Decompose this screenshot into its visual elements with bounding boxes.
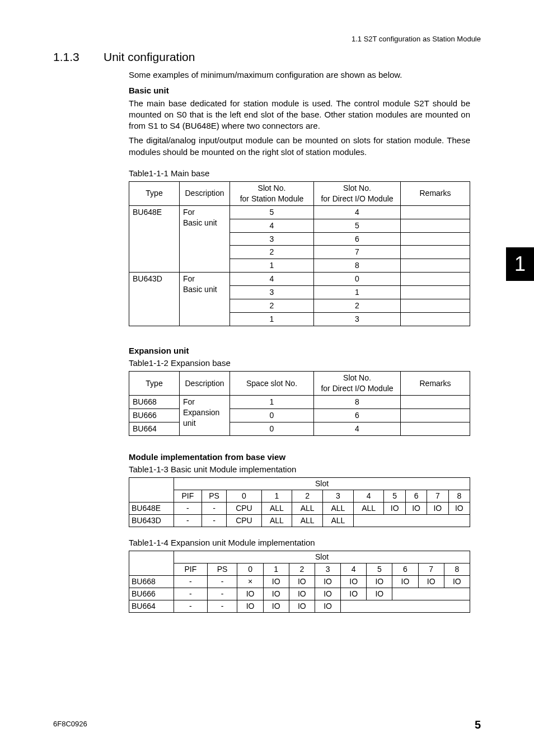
cell: 3 <box>230 232 314 246</box>
cell-empty <box>392 588 470 600</box>
cell: IO <box>418 575 444 588</box>
th-col: PIF <box>174 563 208 575</box>
cell: 3 <box>314 312 401 326</box>
th-col: 3 <box>323 490 354 503</box>
cell: 0 <box>230 422 314 435</box>
cell: × <box>237 575 263 588</box>
cell: IO <box>315 588 340 600</box>
cell <box>401 205 470 219</box>
cell: - <box>202 503 227 515</box>
cell: ALL <box>323 514 354 527</box>
cell <box>401 259 470 273</box>
cell-type: BU664 <box>129 600 174 612</box>
cell: 0 <box>314 273 401 286</box>
cell <box>401 232 470 246</box>
th-col: 1 <box>263 563 289 575</box>
cell: 2 <box>230 246 314 259</box>
th: Slot No. for Direct I/O Module <box>314 372 401 396</box>
cell <box>401 286 470 299</box>
cell <box>401 312 470 326</box>
th-direct: Slot No. for Direct I/O Module <box>314 182 401 206</box>
cell: IO <box>405 503 427 515</box>
cell: - <box>207 600 237 612</box>
module-impl-heading: Module implementation from base view <box>129 452 470 463</box>
cell: 0 <box>230 408 314 422</box>
cell <box>401 273 470 286</box>
th-slot: Slot <box>174 551 470 564</box>
cell: ALL <box>353 503 384 515</box>
th-col: 2 <box>289 563 315 575</box>
th: Space slot No. <box>230 372 314 396</box>
th-col: 0 <box>227 490 261 503</box>
cell-desc: For Basic unit <box>180 273 230 326</box>
expansion-heading: Expansion unit <box>129 345 470 356</box>
cell-desc: For Basic unit <box>180 205 230 272</box>
cell <box>401 396 470 409</box>
th-col: 3 <box>315 563 340 575</box>
th: Remarks <box>401 372 470 396</box>
cell: IO <box>367 575 392 588</box>
cell: IO <box>341 588 367 600</box>
running-header: 1.1 S2T configuration as Station Module <box>352 35 481 43</box>
th-col: 1 <box>261 490 292 503</box>
section-number: 1.1.3 <box>53 50 104 64</box>
th-desc: Description <box>180 182 230 206</box>
th-col: 8 <box>444 563 470 575</box>
table1-caption: Table1-1-1 Main base <box>129 168 470 179</box>
cell-type: BU668 <box>129 396 180 409</box>
cell: IO <box>237 600 263 612</box>
cell: - <box>207 588 237 600</box>
th: Description <box>180 372 230 396</box>
th: Type <box>129 372 180 396</box>
cell-type: BU664 <box>129 422 180 435</box>
cell: 3 <box>230 286 314 299</box>
cell: 6 <box>314 408 401 422</box>
cell: - <box>174 575 208 588</box>
cell: 4 <box>314 422 401 435</box>
cell: IO <box>427 503 448 515</box>
cell: 5 <box>314 219 401 232</box>
th-remarks: Remarks <box>401 182 470 206</box>
table2-caption: Table1-1-2 Expansion base <box>129 358 470 369</box>
cell: CPU <box>227 514 261 527</box>
th-col: 7 <box>418 563 444 575</box>
cell: IO <box>367 588 392 600</box>
table-expansion-base: Type Description Space slot No. Slot No.… <box>129 371 470 435</box>
cell: - <box>174 588 208 600</box>
th-col: PIF <box>174 490 202 503</box>
th-col: PS <box>207 563 237 575</box>
table4-caption: Table1-1-4 Expansion unit Module impleme… <box>129 537 470 548</box>
section-heading: 1.1.3 Unit configuration <box>53 50 481 64</box>
cell: IO <box>392 575 418 588</box>
cell: - <box>174 503 202 515</box>
cell <box>401 219 470 232</box>
th-col: 6 <box>392 563 418 575</box>
th-col: 0 <box>237 563 263 575</box>
cell: ALL <box>261 503 292 515</box>
chapter-tab: 1 <box>506 247 534 281</box>
cell <box>401 408 470 422</box>
th-empty <box>129 478 174 503</box>
cell: - <box>207 575 237 588</box>
cell: 2 <box>314 299 401 313</box>
th-col: 4 <box>353 490 384 503</box>
th-col: 2 <box>292 490 323 503</box>
cell: IO <box>263 575 289 588</box>
cell: ALL <box>292 503 323 515</box>
cell-type: BU668 <box>129 575 174 588</box>
cell: ALL <box>261 514 292 527</box>
cell: IO <box>289 600 315 612</box>
cell: ALL <box>292 514 323 527</box>
cell: 6 <box>314 232 401 246</box>
cell-type: BU648E <box>129 503 174 515</box>
th-col: 7 <box>427 490 448 503</box>
cell: 1 <box>230 259 314 273</box>
cell: IO <box>263 588 289 600</box>
cell: 1 <box>314 286 401 299</box>
cell: IO <box>448 503 470 515</box>
table-main-base: Type Description Slot No. for Station Mo… <box>129 181 470 326</box>
th-col: PS <box>202 490 227 503</box>
cell: 5 <box>230 205 314 219</box>
cell: - <box>174 514 202 527</box>
cell: 4 <box>314 205 401 219</box>
